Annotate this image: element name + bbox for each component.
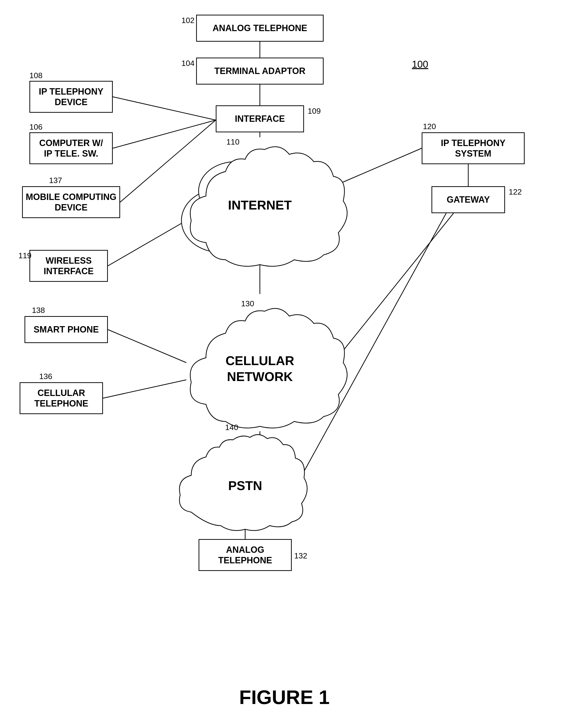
ref-120: 120	[423, 122, 436, 131]
analog-telephone-top-box: ANALOG TELEPHONE	[196, 15, 324, 42]
interface-box: INTERFACE	[216, 105, 304, 132]
ref-137: 137	[49, 176, 62, 185]
cellular-telephone-box: CELLULARTELEPHONE	[20, 382, 103, 414]
internet-cloud: INTERNET 110	[182, 137, 347, 266]
analog-telephone-top-label: ANALOG TELEPHONE	[213, 23, 307, 33]
ref-138: 138	[32, 306, 45, 315]
ref-130-label: 130	[241, 299, 254, 308]
gateway-box: GATEWAY	[432, 186, 505, 213]
wireless-interface-label: WIRELESSINTERFACE	[44, 255, 94, 276]
ip-telephony-system-label: IP TELEPHONYSYSTEM	[441, 138, 505, 159]
ref-110-label: 110	[226, 137, 239, 146]
svg-line-4	[120, 120, 216, 202]
analog-telephone-bottom-label: ANALOGTELEPHONE	[218, 545, 272, 566]
ref-106: 106	[29, 122, 42, 132]
internet-label: INTERNET	[228, 198, 292, 212]
wireless-interface-box: WIRELESSINTERFACE	[29, 250, 108, 282]
gateway-label: GATEWAY	[447, 194, 490, 205]
svg-point-19	[199, 162, 272, 220]
svg-point-18	[260, 189, 338, 252]
ref-100: 100	[412, 59, 428, 70]
svg-line-6	[108, 329, 186, 362]
interface-label: INTERFACE	[235, 113, 285, 124]
ref-136: 136	[39, 372, 52, 381]
mobile-computing-box: MOBILE COMPUTINGDEVICE	[22, 186, 120, 218]
svg-point-20	[235, 157, 314, 216]
smart-phone-box: SMART PHONE	[24, 316, 108, 343]
pstn-cloud: PSTN 140	[180, 423, 307, 531]
ref-122: 122	[509, 187, 522, 196]
ref-109: 109	[308, 107, 321, 116]
svg-point-21	[216, 223, 304, 262]
svg-point-23	[216, 171, 304, 235]
terminal-adaptor-box: TERMINAL ADAPTOR	[196, 58, 324, 84]
cellular-telephone-label: CELLULARTELEPHONE	[34, 388, 88, 409]
computer-ip-box: COMPUTER W/IP TELE. SW.	[29, 132, 113, 164]
figure-title: FIGURE 1	[184, 686, 385, 709]
ip-telephony-system-box: IP TELEPHONYSYSTEM	[422, 132, 525, 164]
terminal-adaptor-label: TERMINAL ADAPTOR	[214, 66, 305, 76]
ref-108: 108	[29, 71, 42, 80]
ref-102: 102	[182, 16, 195, 25]
svg-line-2	[113, 97, 216, 120]
svg-line-15	[299, 213, 446, 480]
pstn-label: PSTN	[228, 479, 262, 493]
ref-132: 132	[294, 551, 307, 560]
analog-telephone-bottom-box: ANALOGTELEPHONE	[199, 539, 292, 571]
svg-line-14	[333, 213, 454, 362]
svg-point-16	[206, 176, 314, 255]
svg-line-12	[333, 148, 422, 186]
smart-phone-label: SMART PHONE	[34, 324, 99, 335]
ref-104: 104	[182, 59, 195, 68]
ip-telephony-device-label: IP TELEPHONYDEVICE	[39, 86, 103, 107]
cellular-network-cloud: CELLULAR NETWORK 130	[190, 299, 347, 428]
svg-line-5	[108, 220, 186, 266]
svg-point-17	[182, 189, 260, 252]
svg-point-22	[211, 179, 309, 247]
mobile-computing-label: MOBILE COMPUTINGDEVICE	[26, 192, 116, 213]
ref-140-label: 140	[225, 423, 238, 432]
diagram: ANALOG TELEPHONE 102 TERMINAL ADAPTOR 10…	[0, 0, 570, 728]
cellular-network-label: CELLULAR	[226, 353, 294, 368]
ip-telephony-device-box: IP TELEPHONYDEVICE	[29, 81, 113, 113]
svg-line-3	[113, 120, 216, 148]
svg-line-7	[103, 380, 186, 398]
cellular-network-label2: NETWORK	[227, 370, 293, 384]
ref-119: 119	[18, 251, 31, 260]
computer-ip-label: COMPUTER W/IP TELE. SW.	[39, 138, 103, 159]
